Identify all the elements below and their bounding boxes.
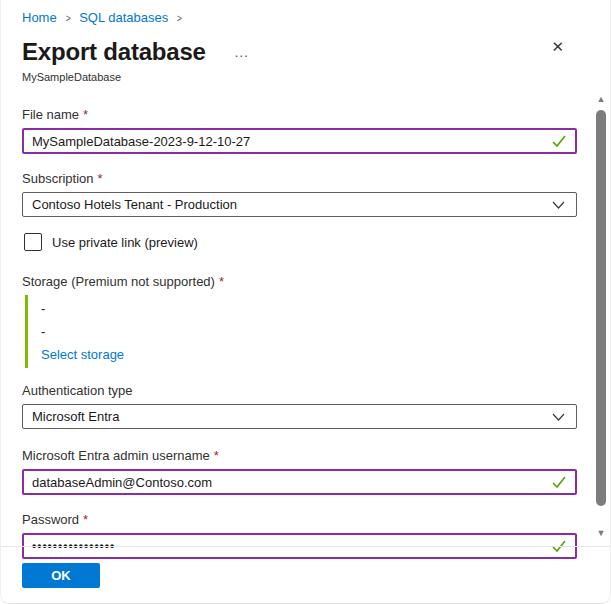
export-form: File name* Subscription* Contoso Hotels … [1,90,594,576]
database-name-subtitle: MySampleDatabase [22,71,610,83]
breadcrumb-separator-icon: > [177,12,182,24]
ok-button[interactable]: OK [22,563,100,588]
required-asterisk: * [219,274,224,289]
valid-check-icon [551,539,567,557]
use-private-link-checkbox[interactable] [24,233,42,251]
subscription-label-text: Subscription [22,171,94,186]
private-link-row: Use private link (preview) [24,233,577,251]
subscription-selected-value: Contoso Hotels Tenant - Production [32,197,237,212]
auth-type-label-text: Authentication type [22,383,133,398]
select-storage-link[interactable]: Select storage [41,343,124,366]
footer: OK [22,563,100,588]
admin-username-label-text: Microsoft Entra admin username [22,448,210,463]
export-database-dialog: Home > SQL databases > Export database …… [0,0,611,604]
file-name-field [22,128,577,154]
admin-username-input[interactable] [24,471,575,493]
auth-type-selected-value: Microsoft Entra [32,409,119,424]
storage-account-value: - [41,297,577,320]
valid-check-icon [551,134,567,152]
storage-summary: - - Select storage [25,295,577,368]
password-label: Password* [22,512,577,527]
auth-type-label: Authentication type [22,383,577,398]
file-name-input[interactable] [24,130,575,152]
scrollbar-thumb[interactable] [596,110,606,506]
breadcrumb-separator-icon: > [65,12,70,24]
chevron-down-icon [552,197,565,212]
subscription-label: Subscription* [22,171,577,186]
scrollbar[interactable]: ▲ ▼ [594,92,608,544]
required-asterisk: * [214,448,219,463]
required-asterisk: * [83,512,88,527]
more-options-icon[interactable]: … [234,47,250,57]
breadcrumb-sql-databases[interactable]: SQL databases [79,10,168,25]
breadcrumb-home[interactable]: Home [22,10,57,25]
page-title: Export database [22,38,206,66]
file-name-label: File name* [22,107,577,122]
scroll-up-icon[interactable]: ▲ [594,94,608,104]
footer-divider [1,546,610,547]
scroll-down-icon[interactable]: ▼ [594,528,608,538]
breadcrumb: Home > SQL databases > [1,0,610,25]
use-private-link-label: Use private link (preview) [52,235,198,250]
chevron-down-icon [552,409,565,424]
file-name-label-text: File name [22,107,79,122]
required-asterisk: * [98,171,103,186]
valid-check-icon [551,475,567,493]
required-asterisk: * [83,107,88,122]
auth-type-dropdown[interactable]: Microsoft Entra [22,404,577,429]
storage-label: Storage (Premium not supported)* [22,274,577,289]
subscription-dropdown[interactable]: Contoso Hotels Tenant - Production [22,192,577,217]
close-icon[interactable]: ✕ [551,37,564,57]
admin-username-label: Microsoft Entra admin username* [22,448,577,463]
header: Export database … ✕ [22,37,589,67]
admin-username-field [22,469,577,495]
storage-container-value: - [41,320,577,343]
password-label-text: Password [22,512,79,527]
storage-label-text: Storage (Premium not supported) [22,274,215,289]
